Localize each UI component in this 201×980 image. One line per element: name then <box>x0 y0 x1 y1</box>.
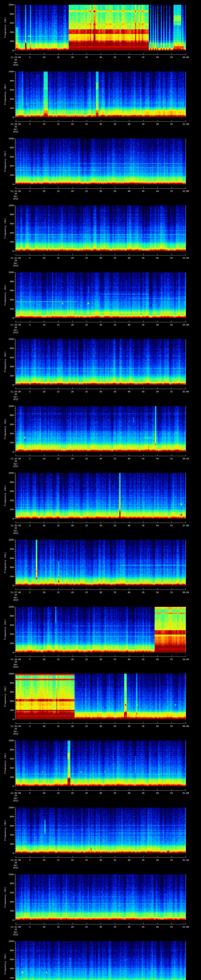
y-minor-tick <box>14 639 15 639</box>
date-day: 30 <box>14 594 17 596</box>
x-tick-label: 25 <box>85 257 88 259</box>
date-month: Apr <box>14 61 18 64</box>
spectrogram-panel: Frequency (Hz) 1000800600400200051015202… <box>0 870 201 937</box>
y-major-tick <box>14 99 15 99</box>
x-tick-label: 55 <box>170 859 173 861</box>
y-minor-tick <box>14 821 15 821</box>
y-major-tick <box>14 175 15 175</box>
y-tick-label: 1000 <box>3 740 14 742</box>
date-day: 30 <box>14 460 17 462</box>
x-tick-label: 45 <box>142 725 145 727</box>
y-minor-tick <box>14 380 15 380</box>
x-major-tick <box>143 789 144 790</box>
end-time-label: 40:00 <box>182 725 189 727</box>
y-minor-tick <box>14 908 15 909</box>
y-major-tick <box>14 23 15 23</box>
y-major-tick <box>14 759 15 759</box>
date-day: 30 <box>14 661 17 663</box>
x-major-tick <box>58 321 59 322</box>
x-major-tick <box>16 53 16 54</box>
y-tick-label: 0 <box>3 116 14 118</box>
end-time-label: 35:00 <box>182 391 189 393</box>
x-major-tick <box>16 655 16 657</box>
x-tick-label: 55 <box>170 591 173 593</box>
x-tick-label: 40 <box>128 525 130 527</box>
y-axis-line <box>15 740 16 786</box>
spectrogram-image <box>16 339 186 385</box>
y-minor-tick <box>14 94 15 95</box>
y-tick-label: 400 <box>3 500 14 501</box>
y-axis-line <box>15 406 16 452</box>
y-minor-tick <box>14 542 15 542</box>
x-tick-label: 45 <box>142 56 145 59</box>
y-minor-tick <box>14 431 15 431</box>
y-minor-tick <box>14 353 15 353</box>
spectrogram-image <box>16 473 186 519</box>
y-major-tick <box>14 500 15 501</box>
x-tick-label: 10 <box>43 391 45 393</box>
x-major-tick <box>72 521 73 523</box>
x-major-tick <box>72 388 73 389</box>
y-major-tick <box>14 473 15 473</box>
y-tick-label: 600 <box>3 758 14 760</box>
x-tick-label: 50 <box>156 324 159 326</box>
end-time-label: 34:00 <box>182 324 189 326</box>
x-tick-label: 45 <box>142 391 145 393</box>
x-tick-label: 15 <box>57 659 59 660</box>
end-time-label: 33:00 <box>182 257 189 259</box>
y-major-tick <box>14 50 15 51</box>
y-tick-label: 0 <box>3 518 14 520</box>
y-major-tick <box>14 41 15 41</box>
y-major-tick <box>14 576 15 577</box>
y-major-tick <box>14 138 15 139</box>
y-tick-label: 800 <box>3 280 14 283</box>
y-minor-tick <box>14 103 15 104</box>
y-major-tick <box>14 519 15 519</box>
x-tick-label: 25 <box>85 391 88 393</box>
x-tick-label: 55 <box>170 926 173 928</box>
spectrogram-panel: Frequency (Hz) 1000800600400200051015202… <box>0 0 201 67</box>
x-major-tick <box>30 722 30 724</box>
x-tick-label: 50 <box>156 123 159 125</box>
y-tick-label: 400 <box>3 834 14 836</box>
y-tick-label: 600 <box>3 290 14 292</box>
y-tick-label: 0 <box>3 384 14 386</box>
y-minor-tick <box>14 240 15 240</box>
y-minor-tick <box>14 164 15 164</box>
x-tick-label: 20 <box>71 659 73 660</box>
spectrogram-image <box>16 740 186 786</box>
y-minor-tick <box>14 895 15 895</box>
x-major-tick <box>143 588 144 590</box>
y-minor-tick <box>14 76 15 76</box>
start-time-label: 11:32:00 <box>11 257 21 259</box>
x-tick-label: 5 <box>29 859 30 861</box>
x-tick-label: 35 <box>114 257 116 259</box>
y-tick-label: 200 <box>3 977 14 979</box>
x-major-tick <box>30 53 30 54</box>
x-tick-label: 25 <box>85 591 88 593</box>
y-tick-label: 800 <box>3 347 14 350</box>
y-minor-tick <box>14 43 15 44</box>
y-tick-label: 600 <box>3 89 14 91</box>
x-tick-label: 40 <box>128 56 130 59</box>
y-major-tick <box>14 184 15 185</box>
x-tick-label: 55 <box>170 324 173 326</box>
y-minor-tick <box>14 814 15 815</box>
x-axis-line <box>15 188 186 189</box>
y-minor-tick <box>14 810 15 810</box>
y-major-tick <box>14 816 15 817</box>
date-month: Apr <box>14 396 18 398</box>
x-tick-label: 35 <box>114 391 116 393</box>
x-tick-label: 40 <box>128 324 130 326</box>
x-axis-line <box>15 322 186 322</box>
y-tick-label: 400 <box>3 299 14 301</box>
x-tick-label: 10 <box>43 123 45 125</box>
y-major-tick <box>14 902 15 902</box>
x-major-tick <box>72 588 73 590</box>
y-major-tick <box>14 740 15 741</box>
y-minor-tick <box>14 904 15 904</box>
y-tick-label: 0 <box>3 652 14 654</box>
x-tick-label: 25 <box>85 792 88 794</box>
y-tick-label: 1000 <box>3 4 14 6</box>
x-tick-label: 45 <box>142 792 145 794</box>
